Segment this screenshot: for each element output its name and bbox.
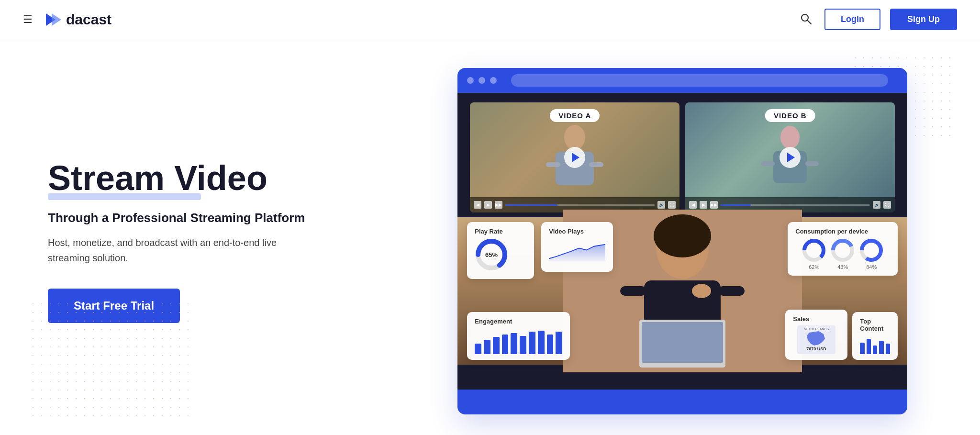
- navbar-left: ☰ dacast: [23, 11, 111, 29]
- svg-rect-10: [761, 161, 775, 166]
- browser-dot-1: [467, 77, 474, 84]
- hero-section: Stream Video Through a Professional Stre…: [0, 39, 980, 435]
- fullscreen-icon: ⛶: [668, 201, 676, 209]
- logo[interactable]: dacast: [44, 11, 111, 29]
- progress-fill-b: [721, 204, 750, 206]
- browser-dot-3: [490, 77, 497, 84]
- svg-point-8: [780, 126, 800, 149]
- hero-title: Stream Video: [48, 159, 395, 197]
- video-thumb-b: VIDEO B ◀ ▶ ▶▶ 🔊 ⛶: [685, 102, 895, 212]
- start-free-trial-button[interactable]: Start Free Trial: [48, 289, 180, 323]
- b-prev-icon: ◀: [689, 201, 697, 209]
- svg-rect-11: [805, 161, 819, 166]
- hero-right: VIDEO A ◀ ▶ ▶▶ 🔊 ⛶: [423, 68, 942, 414]
- hero-description: Host, monetize, and broadcast with an en…: [48, 235, 297, 266]
- browser-mockup: VIDEO A ◀ ▶ ▶▶ 🔊 ⛶: [457, 68, 907, 414]
- prev-icon: ◀: [474, 201, 481, 209]
- next-icon: ▶▶: [495, 201, 502, 209]
- hero-left: Stream Video Through a Professional Stre…: [48, 159, 423, 323]
- b-volume-icon: 🔊: [873, 201, 880, 209]
- login-button[interactable]: Login: [824, 9, 880, 30]
- progress-bar-a: [505, 204, 655, 206]
- svg-rect-6: [546, 162, 560, 167]
- logo-text: dacast: [66, 11, 111, 28]
- dacast-logo-icon: [44, 11, 62, 29]
- main-person-graphic: [563, 210, 802, 372]
- main-video-area: [457, 217, 907, 365]
- video-a-play-button[interactable]: [564, 147, 585, 168]
- navbar-right: Login Sign Up: [797, 9, 957, 30]
- video-thumb-a: VIDEO A ◀ ▶ ▶▶ 🔊 ⛶: [470, 102, 679, 212]
- search-icon: [800, 12, 812, 25]
- svg-point-20: [692, 284, 711, 298]
- progress-fill-a: [505, 204, 557, 206]
- browser-bottombar: [457, 390, 907, 414]
- volume-icon: 🔊: [657, 201, 665, 209]
- browser-dot-2: [479, 77, 485, 84]
- svg-marker-1: [52, 13, 61, 26]
- navbar: ☰ dacast Login Sign Up: [0, 0, 980, 39]
- play-triangle-a: [572, 153, 579, 162]
- svg-point-14: [654, 214, 711, 257]
- b-play-icon: ▶: [700, 201, 707, 209]
- svg-rect-17: [718, 286, 745, 296]
- svg-rect-7: [589, 162, 603, 167]
- video-b-play-button[interactable]: [780, 147, 801, 168]
- b-next-icon: ▶▶: [710, 201, 718, 209]
- svg-point-4: [564, 125, 585, 150]
- play-icon: ▶: [484, 201, 492, 209]
- hamburger-menu-icon[interactable]: ☰: [23, 13, 33, 26]
- browser-content: VIDEO A ◀ ▶ ▶▶ 🔊 ⛶: [457, 93, 907, 390]
- video-row: VIDEO A ◀ ▶ ▶▶ 🔊 ⛶: [457, 93, 907, 212]
- browser-topbar: [457, 68, 907, 93]
- hero-subtitle: Through a Professional Streaming Platfor…: [48, 211, 395, 225]
- svg-line-3: [808, 21, 812, 24]
- search-button[interactable]: [797, 10, 815, 29]
- svg-rect-16: [620, 286, 646, 296]
- browser-addressbar: [511, 74, 888, 87]
- svg-rect-19: [642, 322, 723, 363]
- play-triangle-b: [787, 153, 795, 162]
- signup-button[interactable]: Sign Up: [890, 9, 957, 30]
- b-fullscreen-icon: ⛶: [883, 201, 891, 209]
- video-b-label: VIDEO B: [765, 109, 815, 122]
- video-a-label: VIDEO A: [550, 109, 600, 122]
- progress-bar-b: [721, 204, 870, 206]
